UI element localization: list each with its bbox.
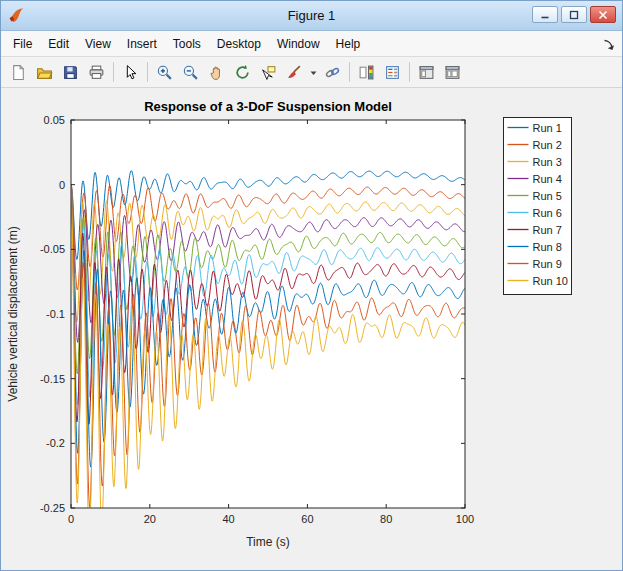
menu-window[interactable]: Window [269,32,328,56]
toolbar-separator [113,62,114,82]
brush-data-icon[interactable] [282,60,307,85]
legend-label: Run 6 [533,207,562,219]
x-tick-label: 60 [301,513,313,525]
pan-icon[interactable] [204,60,229,85]
legend-label: Run 7 [533,224,562,236]
brush-dropdown-icon[interactable] [308,60,319,85]
insert-colorbar-icon[interactable] [354,60,379,85]
menu-file[interactable]: File [5,32,40,56]
menu-help[interactable]: Help [328,32,369,56]
toolbar-separator [349,62,350,82]
title-bar[interactable]: Figure 1 [1,1,622,31]
data-cursor-icon[interactable] [256,60,281,85]
x-tick-label: 0 [68,513,74,525]
chart-title: Response of a 3-DoF Suspension Model [144,99,392,114]
menu-desktop[interactable]: Desktop [209,32,269,56]
menu-insert[interactable]: Insert [119,32,165,56]
legend-label: Run 4 [533,173,562,185]
close-icon[interactable] [590,6,616,23]
minimize-icon[interactable] [532,6,558,23]
menu-view[interactable]: View [77,32,119,56]
menu-bar: File Edit View Insert Tools Desktop Wind… [1,31,622,57]
legend-label: Run 10 [533,275,568,287]
hide-plot-tools-icon[interactable] [414,60,439,85]
insert-legend-icon[interactable] [380,60,405,85]
open-file-icon[interactable] [32,60,57,85]
matlab-icon [8,7,25,24]
print-figure-icon[interactable] [84,60,109,85]
menu-tools[interactable]: Tools [165,32,209,56]
show-plot-tools-icon[interactable] [440,60,465,85]
axes: 0204060801000.050-0.05-0.1-0.15-0.2-0.25… [1,88,622,570]
legend-label: Run 8 [533,241,562,253]
x-tick-label: 100 [456,513,474,525]
save-figure-icon[interactable] [58,60,83,85]
zoom-in-icon[interactable] [152,60,177,85]
legend-label: Run 9 [533,258,562,270]
y-axis-label: Vehicle vertical displacement (m) [6,226,20,401]
y-tick-label: -0.05 [40,243,65,255]
figure-canvas: 0204060801000.050-0.05-0.1-0.15-0.2-0.25… [1,88,622,570]
menu-edit[interactable]: Edit [40,32,77,56]
y-tick-label: 0 [59,179,65,191]
x-axis-label: Time (s) [246,535,290,549]
zoom-out-icon[interactable] [178,60,203,85]
y-tick-label: 0.05 [44,114,65,126]
y-tick-label: -0.1 [46,308,65,320]
legend-label: Run 5 [533,190,562,202]
y-tick-label: -0.2 [46,437,65,449]
toolbar-separator [147,62,148,82]
rotate-3d-icon[interactable] [230,60,255,85]
legend-label: Run 2 [533,139,562,151]
dock-figure-icon[interactable] [599,35,617,53]
window-controls [532,6,616,23]
x-tick-label: 40 [222,513,234,525]
new-figure-icon[interactable] [6,60,31,85]
x-tick-label: 20 [144,513,156,525]
link-plot-icon[interactable] [320,60,345,85]
legend: Run 1Run 2Run 3Run 4Run 5Run 6Run 7Run 8… [504,118,572,295]
legend-label: Run 3 [533,156,562,168]
toolbar-separator [409,62,410,82]
x-tick-label: 80 [380,513,392,525]
y-tick-label: -0.15 [40,373,65,385]
plot-area [71,120,465,508]
window-title: Figure 1 [1,8,622,23]
edit-plot-icon[interactable] [118,60,143,85]
figure-toolbar [1,57,622,88]
y-tick-label: -0.25 [40,502,65,514]
figure-window: Figure 1 File Edit View Insert Tools Des… [0,0,623,571]
legend-label: Run 1 [533,122,562,134]
maximize-icon[interactable] [561,6,587,23]
